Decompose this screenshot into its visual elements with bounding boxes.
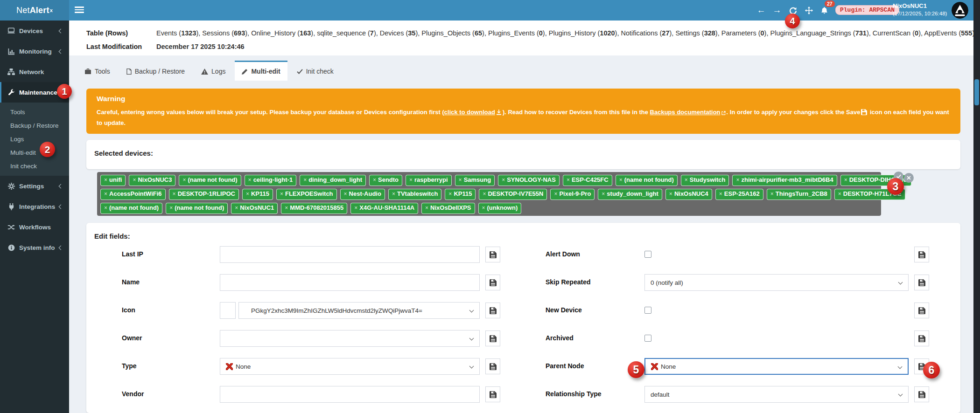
skip-repeated-select[interactable]: 0 (notify all) (644, 274, 909, 291)
device-tag[interactable]: ×DESKTOP-1RLIPOC (169, 189, 239, 200)
sidebar-item-logs[interactable]: Logs (0, 132, 69, 146)
vendor-input-field[interactable] (226, 391, 474, 398)
last-ip-input[interactable] (220, 246, 480, 263)
remove-tag-icon[interactable]: × (425, 205, 428, 211)
device-tag[interactable]: ×NixOsNUC4 (665, 189, 712, 200)
device-tag[interactable]: ×dining_down_light (300, 175, 366, 186)
remove-tag-icon[interactable]: × (280, 191, 283, 197)
remove-tag-icon[interactable]: × (482, 205, 485, 211)
name-save-button[interactable] (485, 275, 500, 290)
device-tag[interactable]: ×Samsung (455, 175, 495, 186)
remove-tag-icon[interactable]: × (483, 191, 486, 197)
plugin-status-badge[interactable]: Plugin: ARPSCAN (835, 5, 899, 15)
new-device-save-button[interactable] (914, 303, 929, 318)
type-select[interactable]: None (220, 358, 480, 375)
sidebar-item-settings[interactable]: Settings (0, 176, 69, 196)
move-arrows-icon[interactable] (803, 4, 815, 17)
device-tag[interactable]: ×ESP-25A162 (715, 189, 763, 200)
device-tag[interactable]: ×(name not found) (179, 175, 241, 186)
remove-tag-icon[interactable]: × (554, 191, 557, 197)
remove-tag-icon[interactable]: × (685, 177, 688, 183)
app-logo[interactable]: NetAlertx (0, 0, 69, 21)
notification-count-badge[interactable]: 27 (825, 0, 835, 7)
nav-back-icon[interactable]: ← (755, 4, 767, 17)
remove-tag-icon[interactable]: × (838, 191, 841, 197)
device-tag[interactable]: ×(name not found) (166, 203, 228, 214)
clear-selection-button[interactable] (904, 173, 914, 183)
remove-tag-icon[interactable]: × (285, 205, 288, 211)
device-tag[interactable]: ×AccessPointWiFi6 (100, 189, 166, 200)
device-tag[interactable]: ×study_down_light (598, 189, 662, 200)
tab-tools[interactable]: Tools (77, 61, 117, 81)
device-tag[interactable]: ×SYNOLOGY-NAS (498, 175, 560, 186)
sidebar-item-integrations[interactable]: Integrations (0, 196, 69, 217)
vertical-scrollbar[interactable] (973, 0, 980, 413)
device-tag[interactable]: ×unifi (100, 175, 126, 186)
sidebar-item-system-info[interactable]: System info (0, 237, 69, 258)
remove-tag-icon[interactable]: × (303, 177, 307, 183)
device-tag[interactable]: ×(name not found) (616, 175, 678, 186)
remove-tag-icon[interactable]: × (173, 191, 176, 197)
sidebar-item-monitoring[interactable]: Monitoring (0, 41, 69, 62)
owner-select[interactable] (220, 330, 480, 347)
tab-backup-restore[interactable]: Backup / Restore (119, 61, 192, 81)
remove-tag-icon[interactable]: × (133, 177, 136, 183)
user-avatar[interactable] (952, 2, 968, 19)
name-input-field[interactable] (226, 279, 474, 286)
device-tag[interactable]: ×KP115 (445, 189, 476, 200)
device-tag[interactable]: ×Pixel-9-Pro (550, 189, 595, 200)
remove-tag-icon[interactable]: × (502, 177, 505, 183)
device-tag[interactable]: ×NixOsDellXPS (421, 203, 475, 214)
alert-down-checkbox[interactable] (644, 251, 651, 258)
remove-tag-icon[interactable]: × (448, 191, 452, 197)
remove-tag-icon[interactable]: × (246, 191, 249, 197)
last-ip-input-field[interactable] (226, 251, 474, 258)
sidebar-item-tools[interactable]: Tools (0, 105, 69, 119)
tab-multi-edit[interactable]: Multi-edit (235, 61, 287, 81)
name-input[interactable] (220, 274, 480, 291)
device-tag[interactable]: ×DESKTOP-IV7E55N (479, 189, 547, 200)
skip-repeated-save-button[interactable] (914, 275, 929, 290)
remove-tag-icon[interactable]: × (844, 177, 847, 183)
device-tag[interactable]: ×NixOsNUC1 (231, 203, 278, 214)
remove-tag-icon[interactable]: × (248, 177, 252, 183)
remove-tag-icon[interactable]: × (104, 177, 107, 183)
remove-tag-icon[interactable]: × (104, 205, 107, 211)
owner-save-button[interactable] (485, 330, 500, 346)
last-ip-save-button[interactable] (485, 247, 500, 262)
remove-tag-icon[interactable]: × (344, 191, 347, 197)
download-backup-link[interactable]: click to download (444, 109, 495, 116)
device-tag[interactable]: ×(unknown) (478, 203, 522, 214)
remove-tag-icon[interactable]: × (736, 177, 739, 183)
device-tag[interactable]: ×X4G-AU-SHA1114A (350, 203, 418, 214)
remove-tag-icon[interactable]: × (392, 191, 395, 197)
remove-tag-icon[interactable]: × (770, 191, 774, 197)
device-tag[interactable]: ×(name not found) (100, 203, 162, 214)
archived-save-button[interactable] (914, 330, 929, 346)
remove-tag-icon[interactable]: × (719, 191, 722, 197)
new-device-checkbox[interactable] (644, 307, 651, 314)
relationship-type-select[interactable]: default (644, 386, 909, 403)
alert-down-save-button[interactable] (914, 247, 929, 262)
type-save-button[interactable] (485, 358, 500, 374)
device-tag[interactable]: ×Sendto (369, 175, 402, 186)
sidebar-item-backup-restore[interactable]: Backup / Restore (0, 119, 69, 132)
remove-tag-icon[interactable]: × (602, 191, 605, 197)
hamburger-menu-icon[interactable] (75, 7, 84, 14)
device-tag[interactable]: ×zhimi-airpurifier-mb3_mibtD6B4 (732, 175, 837, 186)
device-tag[interactable]: ×MMD-67082015855 (281, 203, 347, 214)
remove-tag-icon[interactable]: × (619, 177, 623, 183)
device-tag[interactable]: ×Nest-Audio (340, 189, 385, 200)
remove-tag-icon[interactable]: × (409, 177, 413, 183)
parent-node-select[interactable]: None (644, 358, 909, 375)
remove-tag-icon[interactable]: × (669, 191, 672, 197)
archived-checkbox[interactable] (644, 335, 651, 342)
device-tag[interactable]: ×KP115 (242, 189, 273, 200)
device-tag[interactable]: ×FLEXPOESwitch (276, 189, 337, 200)
vendor-save-button[interactable] (485, 386, 500, 402)
remove-tag-icon[interactable]: × (459, 177, 462, 183)
remove-tag-icon[interactable]: × (373, 177, 376, 183)
sidebar-item-network[interactable]: Network (0, 62, 69, 82)
scrollbar-thumb[interactable] (974, 79, 979, 105)
device-tag[interactable]: ×raspberrypi (406, 175, 452, 186)
